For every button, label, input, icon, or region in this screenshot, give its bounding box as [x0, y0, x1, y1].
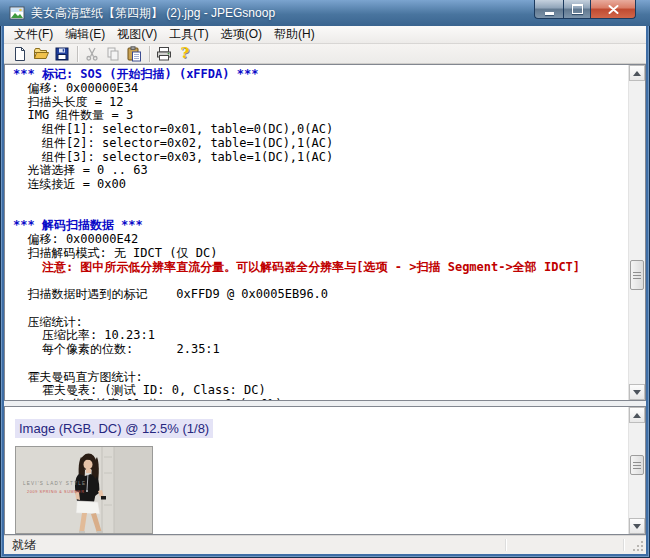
cut-button[interactable] — [82, 45, 102, 63]
statusbar: 就绪 — [4, 535, 646, 554]
thumbnail-caption: LEVI'S LADY STYLE — [23, 481, 86, 486]
console-line: 压缩统计: — [13, 316, 628, 330]
console-line — [13, 357, 628, 371]
statusbar-divider — [505, 539, 506, 551]
print-icon — [156, 46, 172, 62]
maximize-icon — [572, 4, 583, 14]
console-line: 扫描数据时遇到的标记 0xFFD9 @ 0x0005EB96.0 — [13, 288, 628, 302]
image-thumbnail: LEVI'S LADY STYLE 2009 SPRING & SUMMER — [15, 446, 153, 534]
console-line: 组件[1]: selector=0x01, table=0(DC),0(AC) — [13, 123, 628, 137]
minimize-button[interactable] — [534, 0, 563, 19]
scroll-up-button[interactable] — [629, 65, 645, 81]
console-line: 光谱选择 = 0 .. 63 — [13, 164, 628, 178]
console-line: *** 解码扫描数据 *** — [13, 219, 628, 233]
titlebar[interactable]: 美女高清壁纸【第四期】 (2).jpg - JPEGsnoop — [0, 0, 650, 26]
console-line: 连续接近 = 0x00 — [13, 178, 628, 192]
scroll-down-button[interactable] — [629, 518, 645, 534]
app-icon — [9, 5, 25, 21]
console-line: 每个像素的位数: 2.35:1 — [13, 343, 628, 357]
menu-view[interactable]: 视图(V) — [111, 25, 163, 44]
minimize-icon — [545, 12, 554, 15]
console-line: 偏移: 0x00000E34 — [13, 82, 628, 96]
arrow-down-icon — [633, 524, 641, 529]
console-text: *** 标记: SOS (开始扫描) (xFFDA) *** 偏移: 0x000… — [5, 65, 628, 400]
open-button[interactable] — [31, 45, 51, 63]
console-line: 注意: 图中所示低分辨率直流分量。可以解码器全分辨率与[选项 - >扫描 Seg… — [13, 261, 628, 275]
close-icon — [608, 5, 619, 14]
paste-clipboard-icon — [126, 46, 142, 62]
console-line — [13, 206, 628, 220]
console-line: 组件[3]: selector=0x03, table=1(DC),1(AC) — [13, 151, 628, 165]
status-text: 就绪 — [4, 537, 36, 554]
console-line: 扫描解码模式: 无 IDCT (仅 DC) — [13, 247, 628, 261]
window-controls — [534, 0, 636, 19]
image-pane-scrollbar[interactable] — [628, 407, 645, 534]
toolbar: ? — [4, 44, 646, 64]
menu-file[interactable]: 文件(F) — [8, 25, 59, 44]
console-line: 组件[2]: selector=0x02, table=1(DC),1(AC) — [13, 137, 628, 151]
help-button[interactable]: ? — [175, 45, 195, 63]
scroll-down-button[interactable] — [629, 384, 645, 400]
save-button[interactable] — [52, 45, 72, 63]
menu-help[interactable]: 帮助(H) — [268, 25, 321, 44]
toolbar-separator — [149, 46, 150, 62]
console-line — [13, 302, 628, 316]
resize-grip-icon[interactable] — [632, 540, 645, 553]
copy-pages-icon — [105, 46, 121, 62]
thumbnail-photo: LEVI'S LADY STYLE 2009 SPRING & SUMMER — [16, 447, 152, 533]
jpegsnoop-window: 美女高清壁纸【第四期】 (2).jpg - JPEGsnoop 文件(F) 编辑… — [0, 0, 650, 558]
console-scrollbar[interactable] — [628, 65, 645, 400]
maximize-button[interactable] — [563, 0, 591, 19]
scroll-thumb[interactable] — [630, 260, 644, 290]
cut-scissors-icon — [84, 46, 100, 62]
save-floppy-icon — [54, 46, 70, 62]
console-line: 霍夫曼表: (测试 ID: 0, Class: DC) — [13, 384, 628, 398]
open-folder-icon — [33, 46, 49, 62]
menu-edit[interactable]: 编辑(E) — [59, 25, 111, 44]
console-line: # 代码长度 01 位: 0 ( 0%) — [13, 398, 628, 400]
help-icon: ? — [181, 46, 190, 61]
print-button[interactable] — [154, 45, 174, 63]
menubar: 文件(F) 编辑(E) 视图(V) 工具(T) 选项(O) 帮助(H) — [4, 26, 646, 44]
image-info-label: Image (RGB, DC) @ 12.5% (1/8) — [15, 419, 213, 438]
menu-options[interactable]: 选项(O) — [215, 25, 268, 44]
statusbar-divider — [623, 539, 624, 551]
new-button[interactable] — [10, 45, 30, 63]
console-line: 扫描头长度 = 12 — [13, 96, 628, 110]
toolbar-separator — [77, 46, 78, 62]
arrow-up-icon — [633, 71, 641, 76]
scroll-up-button[interactable] — [629, 407, 645, 423]
console-line — [13, 192, 628, 206]
copy-button[interactable] — [103, 45, 123, 63]
new-file-icon — [12, 46, 28, 62]
image-preview-pane: Image (RGB, DC) @ 12.5% (1/8) — [4, 406, 646, 535]
scroll-thumb[interactable] — [630, 455, 644, 475]
decode-console-pane: *** 标记: SOS (开始扫描) (xFFDA) *** 偏移: 0x000… — [4, 64, 646, 401]
thumbnail-subcaption: 2009 SPRING & SUMMER — [27, 490, 85, 494]
arrow-down-icon — [633, 390, 641, 395]
console-line: 压缩比率: 10.23:1 — [13, 329, 628, 343]
paste-button[interactable] — [124, 45, 144, 63]
console-line: 偏移: 0x00000E42 — [13, 233, 628, 247]
menu-tools[interactable]: 工具(T) — [163, 25, 214, 44]
close-button[interactable] — [591, 0, 636, 19]
console-line: *** 标记: SOS (开始扫描) (xFFDA) *** — [13, 68, 628, 82]
console-line: 霍夫曼码直方图统计: — [13, 371, 628, 385]
arrow-up-icon — [633, 413, 641, 418]
window-title: 美女高清壁纸【第四期】 (2).jpg - JPEGsnoop — [31, 5, 275, 22]
console-line: IMG 组件数量 = 3 — [13, 109, 628, 123]
console-line — [13, 274, 628, 288]
